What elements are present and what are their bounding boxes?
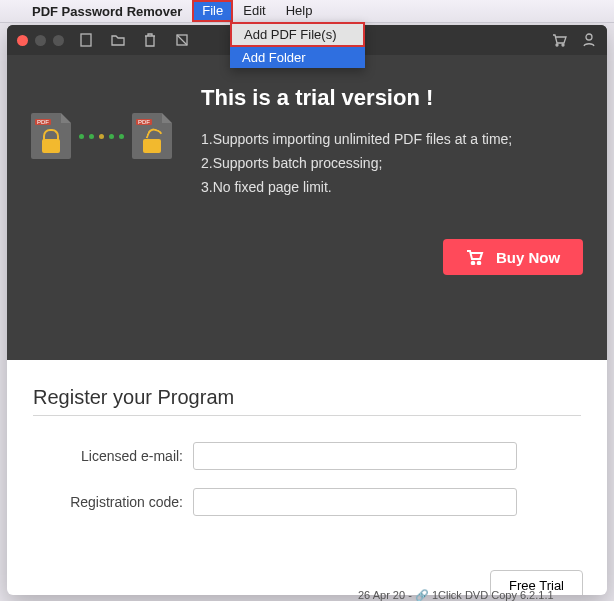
close-window-button[interactable] xyxy=(17,35,28,46)
code-label: Registration code: xyxy=(33,494,183,510)
file-icon[interactable] xyxy=(78,32,94,48)
menu-edit[interactable]: Edit xyxy=(233,0,275,22)
svg-point-6 xyxy=(478,262,481,265)
dropdown-add-folder[interactable]: Add Folder xyxy=(230,47,365,68)
clear-icon[interactable] xyxy=(174,32,190,48)
user-icon[interactable] xyxy=(581,32,597,48)
app-name[interactable]: PDF Password Remover xyxy=(22,4,192,19)
cart-icon[interactable] xyxy=(551,32,567,48)
register-heading: Register your Program xyxy=(33,386,581,409)
hero-line-1: 1.Supports importing unlimited PDF files… xyxy=(201,131,583,147)
background-text: 26 Apr 20 - 🔗 1Click DVD Copy 6.2.1.1 xyxy=(358,589,554,601)
progress-dots xyxy=(79,134,124,139)
app-window: PDF PDF This is a trial version ! xyxy=(7,25,607,595)
buy-now-label: Buy Now xyxy=(496,249,560,266)
svg-rect-0 xyxy=(81,34,91,46)
svg-point-3 xyxy=(562,44,564,46)
dropdown-add-pdf[interactable]: Add PDF File(s) xyxy=(230,22,365,47)
svg-point-4 xyxy=(586,34,592,40)
hero-line-3: 3.No fixed page limit. xyxy=(201,179,583,195)
folder-icon[interactable] xyxy=(110,32,126,48)
pdf-badge: PDF xyxy=(35,119,51,125)
menu-file[interactable]: File xyxy=(192,0,233,22)
locked-pdf-icon: PDF xyxy=(31,113,71,159)
svg-point-5 xyxy=(472,262,475,265)
menu-help[interactable]: Help xyxy=(276,0,323,22)
email-field[interactable] xyxy=(193,442,517,470)
pdf-badge: PDF xyxy=(136,119,152,125)
app-header-area: PDF PDF This is a trial version ! xyxy=(7,25,607,360)
zoom-window-button[interactable] xyxy=(53,35,64,46)
hero-line-2: 2.Supports batch processing; xyxy=(201,155,583,171)
trash-icon[interactable] xyxy=(142,32,158,48)
cart-icon xyxy=(466,249,484,265)
minimize-window-button[interactable] xyxy=(35,35,46,46)
buy-now-button[interactable]: Buy Now xyxy=(443,239,583,275)
window-controls xyxy=(17,35,64,46)
divider xyxy=(33,415,581,416)
register-form: Register your Program Licensed e-mail: R… xyxy=(7,360,607,550)
email-label: Licensed e-mail: xyxy=(33,448,183,464)
code-field[interactable] xyxy=(193,488,517,516)
hero-illustration: PDF PDF xyxy=(31,85,201,203)
file-dropdown: Add PDF File(s) Add Folder xyxy=(230,22,365,68)
svg-point-2 xyxy=(556,44,558,46)
hero-title: This is a trial version ! xyxy=(201,85,583,111)
unlocked-pdf-icon: PDF xyxy=(132,113,172,159)
mac-menu-bar: PDF Password Remover File Edit Help xyxy=(0,0,614,23)
